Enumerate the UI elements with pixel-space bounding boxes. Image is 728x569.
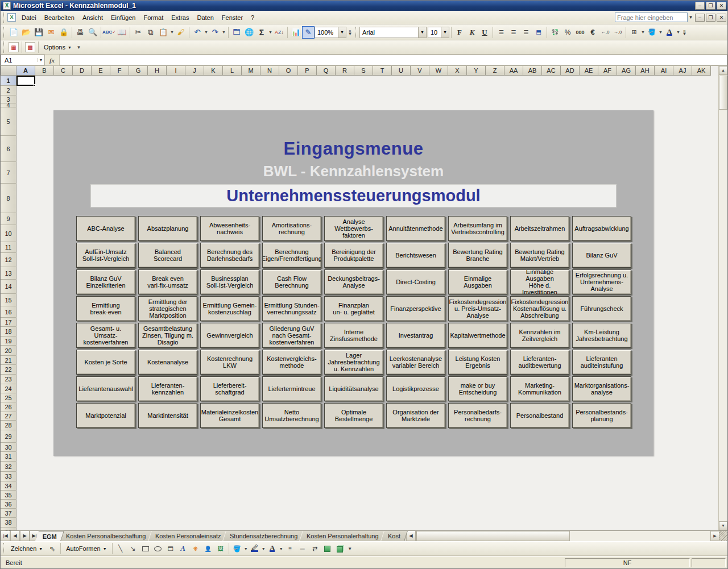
drawing-icon[interactable]: ✎ <box>302 26 315 39</box>
font-name-dropdown-icon[interactable]: ▼ <box>418 27 426 38</box>
module-button-45[interactable]: Km-Leistung Jahresbetrachtung <box>572 323 631 348</box>
module-button-68[interactable]: Optimale Bestellmenge <box>324 403 383 428</box>
autoformen-button[interactable]: AutoFormen ▼ <box>63 543 110 554</box>
merge-center-icon[interactable]: ⬒ <box>532 26 545 39</box>
module-button-26[interactable]: Einmalige Ausgaben Höhe d. Investitionen <box>510 269 569 294</box>
question-input[interactable] <box>615 13 688 22</box>
row-header-38[interactable]: 38 <box>1 518 16 528</box>
doc-close-button[interactable]: ✕ <box>717 14 726 22</box>
threed-style-icon[interactable] <box>334 542 346 555</box>
row-header-18[interactable]: 18 <box>1 327 16 337</box>
hyperlink-icon[interactable]: 🌐 <box>243 26 255 39</box>
row-header-22[interactable]: 22 <box>1 365 16 375</box>
column-header-F[interactable]: F <box>110 66 129 76</box>
resize-gripper[interactable] <box>719 531 727 541</box>
paste-dropdown-icon[interactable]: ▼ <box>169 26 175 39</box>
bold-icon[interactable]: F <box>453 26 466 39</box>
print-icon[interactable]: 🖶 <box>74 26 86 39</box>
drawbar-grip[interactable] <box>3 543 6 554</box>
row-header-32[interactable]: 32 <box>1 462 16 472</box>
module-button-63[interactable]: Marktorganisations- analyse <box>572 376 631 401</box>
line-style-icon[interactable]: ≡ <box>284 542 296 555</box>
minimize-button[interactable]: – <box>695 2 705 10</box>
column-header-AG[interactable]: AG <box>617 66 636 76</box>
module-button-50[interactable]: Lager Jahresbetrachtung u. Kennzahlen <box>324 350 383 375</box>
row-header-12[interactable]: 12 <box>1 253 16 267</box>
module-button-56[interactable]: Lieferanten- kennzahlen <box>138 376 197 401</box>
align-right-icon[interactable]: ☰ <box>520 26 532 39</box>
row-header-9[interactable]: 9 <box>1 213 16 225</box>
vertical-scrollbar[interactable]: ▼ <box>718 76 727 530</box>
scroll-up-icon[interactable]: ▲ <box>719 66 727 75</box>
restore-button[interactable]: ❐ <box>706 2 715 10</box>
vscroll-thumb[interactable] <box>719 76 727 110</box>
row-header-6[interactable]: 6 <box>1 136 16 162</box>
module-button-23[interactable]: Deckungsbeitrags- Analyse <box>324 269 383 294</box>
module-button-19[interactable]: Bilanz GuV Einzelkriterien <box>76 269 135 294</box>
menu-item-extras[interactable]: Extras <box>167 13 193 23</box>
module-button-12[interactable]: Berechnung des Darlehnsbedarfs <box>200 243 259 268</box>
wordart-icon[interactable]: A <box>177 542 189 555</box>
column-header-Z[interactable]: Z <box>486 66 504 76</box>
module-button-61[interactable]: make or buy Entscheidung <box>448 376 507 401</box>
fill-color-dropdown-icon[interactable]: ▼ <box>658 26 663 39</box>
module-button-35[interactable]: Fixkostendegression Kostenauflösung u. A… <box>510 296 569 321</box>
module-button-33[interactable]: Finanzperspektive <box>386 296 445 321</box>
column-header-W[interactable]: W <box>429 66 448 76</box>
select-objects-icon[interactable]: ⇖ <box>46 542 59 555</box>
print-preview-icon[interactable]: 🔍 <box>86 26 99 39</box>
module-button-2[interactable]: Absatzplanung <box>138 216 197 241</box>
module-button-31[interactable]: Ermittlung Stunden- verrechnungssatz <box>262 296 321 321</box>
module-button-58[interactable]: Liefertermintreue <box>262 376 321 401</box>
module-button-32[interactable]: Finanzplan un- u. geglättet <box>324 296 383 321</box>
font-name-combobox[interactable]: Arial ▼ <box>359 27 427 38</box>
column-header-A[interactable]: A <box>16 66 35 76</box>
save-icon[interactable]: 💾 <box>32 26 45 39</box>
doc-minimize-button[interactable]: – <box>695 14 705 22</box>
column-header-G[interactable]: G <box>129 66 148 76</box>
options-toolbar-grip[interactable] <box>3 41 6 53</box>
borders-dropdown-icon[interactable]: ▼ <box>640 26 646 39</box>
horizontal-scrollbar[interactable]: ▶ <box>416 531 727 541</box>
column-header-E[interactable]: E <box>92 66 110 76</box>
module-button-6[interactable]: Annuitätenmethode <box>386 216 445 241</box>
column-header-O[interactable]: O <box>279 66 298 76</box>
line-color-icon[interactable]: 🖉 <box>249 542 261 555</box>
tab-next-icon[interactable]: ▶ <box>20 531 30 541</box>
spelling-icon[interactable]: ABC✓ <box>103 26 115 39</box>
align-center-icon[interactable]: ☰ <box>507 26 520 39</box>
module-button-70[interactable]: Personalbedarfs- rechnung <box>448 403 507 428</box>
borders-icon[interactable]: ⊞ <box>628 26 640 39</box>
sheet-tab-kosten-personaleinsatz[interactable]: Kosten Personaleinsatz <box>148 531 228 541</box>
module-button-43[interactable]: Kapitalwertmethode <box>448 323 507 348</box>
module-button-13[interactable]: Berechnung Eigen/Fremdfertigung <box>262 243 321 268</box>
picture-icon[interactable]: 🖼 <box>214 542 227 555</box>
column-header-P[interactable]: P <box>298 66 317 76</box>
module-button-65[interactable]: Marktintensität <box>138 403 197 428</box>
column-header-U[interactable]: U <box>392 66 411 76</box>
clipart-icon[interactable]: 👤 <box>202 542 214 555</box>
row-header-24[interactable]: 24 <box>1 384 16 393</box>
column-header-D[interactable]: D <box>73 66 92 76</box>
select-all-corner[interactable] <box>1 66 16 76</box>
module-button-64[interactable]: Marktpotenzial <box>76 403 135 428</box>
module-button-38[interactable]: Gesamtbelastung Zinsen, Tilgung m. Disag… <box>138 323 197 348</box>
currency-icon[interactable]: 💱 <box>549 26 561 39</box>
align-left-icon[interactable]: ☰ <box>495 26 507 39</box>
module-button-21[interactable]: Businessplan Soll-Ist-Vergleich <box>200 269 259 294</box>
row-header-33[interactable]: 33 <box>1 472 16 481</box>
row-header-28[interactable]: 28 <box>1 421 16 430</box>
row-header-2[interactable]: 2 <box>1 86 16 95</box>
doc-restore-button[interactable]: ❐ <box>706 14 715 22</box>
row-header-1[interactable]: 1 <box>1 76 16 86</box>
module-button-42[interactable]: Investantrag <box>386 323 445 348</box>
column-header-AF[interactable]: AF <box>598 66 617 76</box>
scroll-down-icon[interactable]: ▼ <box>719 521 727 530</box>
column-header-AC[interactable]: AC <box>542 66 561 76</box>
module-button-25[interactable]: Einmalige Ausgaben <box>448 269 507 294</box>
module-button-53[interactable]: Lieferanten- auditbewertung <box>510 350 569 375</box>
menu-item-fenster[interactable]: Fenster <box>218 13 247 23</box>
format-painter-icon[interactable]: 🖌 <box>175 26 187 39</box>
hscroll-thumb[interactable] <box>416 531 570 541</box>
autosum-dropdown-icon[interactable]: ▼ <box>268 26 273 39</box>
